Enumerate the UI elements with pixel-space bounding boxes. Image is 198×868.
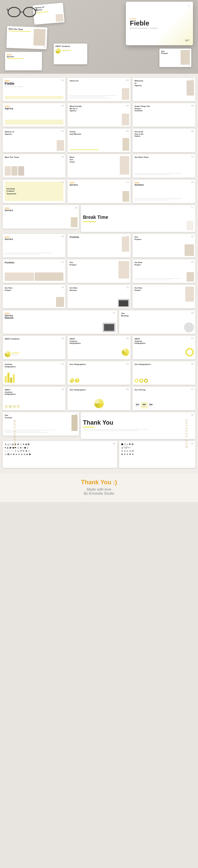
slide-row-9: 24 Our BestProject 25 Our BestMockup xyxy=(3,285,195,308)
collage-slide-history: History ofAgency 02 xyxy=(33,3,65,25)
slide-15[interactable]: 15 Fieble Solution xyxy=(133,180,195,203)
slide-08[interactable]: 08 Visionand Mission xyxy=(67,129,130,152)
slide-row-4: 10 Meet Our Team 11 MeetOurTeam xyxy=(3,154,195,178)
slide-14[interactable]: 14 Fieble Service xyxy=(67,180,130,203)
slide-10[interactable]: 10 Meet Our Team xyxy=(3,154,65,178)
slide-27[interactable]: 27 Fieble ServiceWebsite xyxy=(3,310,117,334)
slide-row-3: 07 History ofAgency 08 Visionand Mission… xyxy=(3,129,195,152)
slide-21[interactable]: 21 Portfolio xyxy=(3,259,65,283)
slide-25[interactable]: 25 Our BestMockup xyxy=(67,285,130,308)
slide-38[interactable]: 38 OurContact xyxy=(3,412,79,436)
svg-point-0 xyxy=(8,7,20,17)
slide-32[interactable]: 32 AnalysisInfographics xyxy=(3,361,65,385)
slide-row-11: 29 SWOT Analysis 30 SWOT xyxy=(3,336,195,359)
slide-row-12: 32 AnalysisInfographics 33 Our Infograph… xyxy=(3,361,195,385)
slide-37[interactable]: 37 Our Pricing $35 Basic $55 Pro $65 xyxy=(133,387,195,410)
slide-17-break[interactable]: 17 Break Time xyxy=(81,205,195,232)
collage-slide-swot: SWOT Analysis 27 xyxy=(54,43,87,64)
svg-line-3 xyxy=(7,9,8,11)
slide-row-5: 13 AmazingCreativeTeamwork 14 Fieble Ser… xyxy=(3,180,195,203)
slide-30[interactable]: 30 SWOTAnalysisInfographics xyxy=(67,336,130,359)
slide-row-14: 38 OurContact 39 Thank You xyxy=(3,412,195,439)
slide-35[interactable]: 35 SWOTAnalysisInfographics S W O T xyxy=(3,387,65,410)
slide-row-15: 40 ⊙△□◎⊕⊗☆✦◈✿ ♦▲▶◀▼◻●○◆◇ ↑↓←→↗↘↺↻★☆ ✩✪✫✬… xyxy=(3,441,195,468)
slide-13[interactable]: 13 AmazingCreativeTeamwork xyxy=(3,180,65,203)
slide-31[interactable]: 31 SWOTAnalysisInfographics xyxy=(133,336,195,359)
slide-20[interactable]: 20 OurProject xyxy=(133,234,195,257)
page-wrapper: AVAXGFX.COM AVAXGFX.COM History ofAgency… xyxy=(0,0,198,502)
slide-11[interactable]: 11 MeetOurTeam xyxy=(67,154,130,178)
slide-row-7: 18 Fieble Service 19 Portfolio xyxy=(3,234,195,257)
slide-26[interactable]: 26 Our BestProject xyxy=(133,285,195,308)
slide-22[interactable]: 22 OurProject xyxy=(67,259,130,283)
slide-02[interactable]: 02 About Us xyxy=(67,78,130,101)
featured-title: Fieble xyxy=(130,20,189,27)
slide-row-10: 27 Fieble ServiceWebsite 28 OurMockup xyxy=(3,310,195,334)
footer-subtitle: Made with love xyxy=(3,487,195,491)
slide-40-icons[interactable]: 40 ⊙△□◎⊕⊗☆✦◈✿ ♦▲▶◀▼◻●○◆◇ ↑↓←→↗↘↺↻★☆ ✩✪✫✬… xyxy=(3,441,117,468)
slide-23[interactable]: 23 Our BestProject xyxy=(133,259,195,283)
slide-36[interactable]: 36 Our Infographics xyxy=(67,387,130,410)
collage-slide-service: Fieble Service 15 xyxy=(5,52,42,70)
slide-04[interactable]: 04 Fieble Agency xyxy=(3,103,65,127)
slide-28[interactable]: 28 OurMockup xyxy=(119,310,195,334)
collage-slide-meet-team: Meet Our Team 09 xyxy=(6,26,47,49)
slide-33[interactable]: 33 Our Infographics xyxy=(67,361,130,385)
slide-07[interactable]: 07 History ofAgency xyxy=(3,129,65,152)
slide-03[interactable]: 03 WelcometoAgency xyxy=(133,78,195,101)
slide-18[interactable]: 18 Fieble Service xyxy=(3,234,65,257)
top-collage: History ofAgency 02 Meet Our Team 09 Fie… xyxy=(0,0,198,74)
slide-41-icons[interactable]: 41 ⬟⬠⟡❋⊞ ⊿◹◸▪▫ ⇑⇓⇐⇒⟳ ✲✳✴✵✶ xyxy=(119,441,195,468)
slide-16[interactable]: 16 Fieble Service xyxy=(3,205,79,228)
slide-01[interactable]: 01 Fieble Fieble Minimal Presentation Te… xyxy=(3,78,65,101)
slide-row-1: 01 Fieble Fieble Minimal Presentation Te… xyxy=(3,78,195,101)
collage-slide-history-title: History ofAgency xyxy=(34,5,62,12)
slide-row-2: 04 Fieble Agency 05 What ActuallyWe Do i… xyxy=(3,103,195,127)
slide-row-8: 21 Portfolio 22 OurProject xyxy=(3,259,195,283)
slide-05[interactable]: 05 What ActuallyWe Do inAgency xyxy=(67,103,130,127)
thank-you-heading: Thank You xyxy=(83,420,193,426)
slide-39-thankyou[interactable]: 39 Thank You xyxy=(81,412,195,439)
collage-slide-fieble-featured: Fieble Fieble Minimal Presentation Templ… xyxy=(126,2,193,45)
slide-29[interactable]: 29 SWOT Analysis xyxy=(3,336,65,359)
slides-container: 01 Fieble Fieble Minimal Presentation Te… xyxy=(0,74,198,474)
slide-09[interactable]: 09 The GreatOne is theOption xyxy=(133,129,195,152)
slide-12[interactable]: 12 Our Best Team xyxy=(133,154,195,178)
svg-point-1 xyxy=(24,7,35,17)
footer-studio: By Ermedia Studio xyxy=(3,491,195,495)
collage-slide-project: OurProject 18 xyxy=(160,49,191,67)
glasses-decoration xyxy=(7,3,37,21)
svg-line-4 xyxy=(35,9,37,11)
footer-title: Thank You :) xyxy=(3,479,195,486)
slide-24[interactable]: 24 Our BestProject xyxy=(3,285,65,308)
slide-row-13: 35 SWOTAnalysisInfographics S W O T 36 O… xyxy=(3,387,195,410)
slide-06[interactable]: 06 Simple Things ThatProduceGreatness xyxy=(133,103,195,127)
footer-section: Thank You :) Made with love By Ermedia S… xyxy=(0,474,198,502)
slide-34[interactable]: 34 Our Infographics xyxy=(133,361,195,385)
slide-row-6: 16 Fieble Service 17 Break Time xyxy=(3,205,195,232)
slide-19[interactable]: 19 Portfolio xyxy=(67,234,130,257)
